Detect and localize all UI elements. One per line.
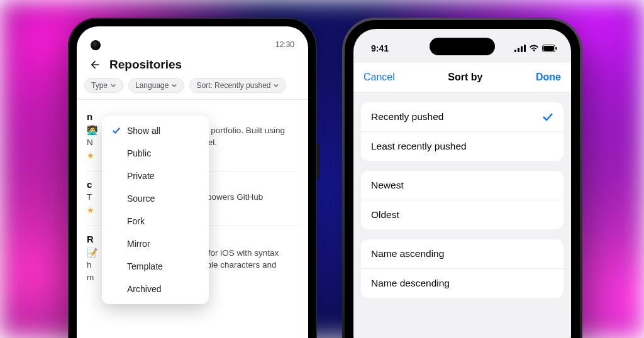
chevron-down-icon — [273, 82, 279, 89]
sort-option-label: Name descending — [371, 278, 450, 289]
sort-sheet-header: Cancel Sort by Done — [353, 63, 571, 92]
dropdown-item-label: Fork — [127, 216, 145, 226]
sort-option-oldest[interactable]: Oldest — [361, 200, 564, 229]
iphone-screen: 9:41 Cancel Sort by Done Recently pushed — [353, 29, 571, 338]
sort-group-name: Name ascending Name descending — [361, 239, 564, 298]
back-arrow-icon[interactable] — [88, 58, 101, 71]
chevron-down-icon — [171, 82, 177, 89]
dropdown-item-label: Private — [127, 171, 155, 181]
dropdown-item-label: Show all — [127, 126, 160, 136]
repo-desc-fragment: portfolio. Built using — [211, 126, 285, 135]
sort-option-name-descending[interactable]: Name descending — [361, 268, 564, 298]
sort-option-label: Oldest — [371, 209, 399, 221]
iphone-frame: 9:41 Cancel Sort by Done Recently pushed — [342, 18, 582, 338]
repo-desc-fragment: N — [87, 138, 93, 147]
dropdown-item-show-all[interactable]: Show all — [102, 119, 209, 142]
sort-group-created: Newest Oldest — [361, 171, 564, 229]
cellular-icon — [514, 45, 526, 52]
check-icon — [112, 126, 121, 135]
chevron-down-icon — [110, 82, 116, 89]
android-phone-frame: 12:30 Repositories Type Language Sor — [68, 18, 317, 338]
sort-group-pushed: Recently pushed Least recently pushed — [361, 102, 564, 161]
sort-option-label: Newest — [371, 180, 404, 191]
type-filter-dropdown: Show all Public Private Source Fork — [102, 116, 209, 304]
repo-desc-fragment: or for iOS with syntax — [198, 248, 279, 258]
sort-option-recently-pushed[interactable]: Recently pushed — [361, 102, 564, 131]
android-clock: 12:30 — [275, 40, 294, 49]
dropdown-item-label: Template — [127, 261, 163, 271]
dropdown-item-label: Mirror — [127, 239, 150, 249]
dynamic-island — [430, 38, 495, 55]
svg-rect-0 — [514, 50, 516, 52]
svg-rect-1 — [518, 48, 519, 52]
android-power-button — [317, 143, 319, 178]
repo-desc-fragment: powers GitHub — [207, 192, 263, 202]
svg-rect-2 — [521, 46, 523, 53]
dropdown-item-fork[interactable]: Fork — [102, 210, 209, 232]
sort-option-label: Recently pushed — [371, 111, 443, 123]
repo-emoji: 👩‍💻 — [87, 125, 97, 135]
ios-clock: 9:41 — [371, 43, 389, 53]
chip-label: Type — [91, 81, 108, 90]
repo-desc-fragment: T — [87, 192, 92, 202]
check-icon — [542, 111, 553, 123]
dropdown-item-private[interactable]: Private — [102, 165, 209, 187]
repo-emoji: 📝 — [87, 248, 97, 258]
chip-label: Language — [135, 81, 169, 90]
svg-rect-5 — [543, 46, 554, 51]
svg-rect-6 — [556, 47, 557, 50]
sheet-title: Sort by — [448, 72, 482, 83]
dropdown-item-label: Source — [127, 194, 155, 204]
battery-icon — [542, 45, 557, 52]
filter-chip-sort[interactable]: Sort: Recently pushed — [189, 78, 286, 93]
sort-option-label: Name ascending — [371, 248, 444, 259]
cancel-button[interactable]: Cancel — [364, 72, 395, 83]
dropdown-item-archived[interactable]: Archived — [102, 278, 209, 300]
dropdown-item-public[interactable]: Public — [102, 142, 209, 165]
android-statusbar: 12:30 — [77, 26, 308, 49]
filter-chips-row: Type Language Sort: Recently pushed — [77, 78, 308, 99]
dropdown-item-source[interactable]: Source — [102, 187, 209, 210]
sort-option-name-ascending[interactable]: Name ascending — [361, 239, 564, 268]
star-icon: ★ — [87, 151, 94, 160]
repo-desc-fragment: h — [87, 260, 92, 270]
dropdown-item-mirror[interactable]: Mirror — [102, 232, 209, 255]
repo-desc-fragment: m — [87, 273, 94, 282]
dropdown-item-label: Public — [127, 148, 151, 158]
android-screen: 12:30 Repositories Type Language Sor — [77, 26, 308, 338]
svg-rect-3 — [524, 45, 526, 52]
dropdown-item-label: Archived — [127, 284, 161, 294]
chip-label: Sort: Recently pushed — [196, 81, 270, 90]
filter-chip-language[interactable]: Language — [128, 78, 184, 93]
star-icon: ★ — [87, 205, 94, 215]
android-camera-punchhole — [91, 40, 101, 50]
sort-option-newest[interactable]: Newest — [361, 171, 564, 200]
android-header: Repositories — [77, 49, 308, 78]
wifi-icon — [529, 45, 539, 52]
sort-option-label: Least recently pushed — [371, 141, 467, 152]
page-title: Repositories — [109, 58, 182, 72]
sort-option-least-recently-pushed[interactable]: Least recently pushed — [361, 131, 564, 161]
done-button[interactable]: Done — [536, 72, 561, 83]
dropdown-item-template[interactable]: Template — [102, 255, 209, 278]
filter-chip-type[interactable]: Type — [84, 78, 123, 93]
